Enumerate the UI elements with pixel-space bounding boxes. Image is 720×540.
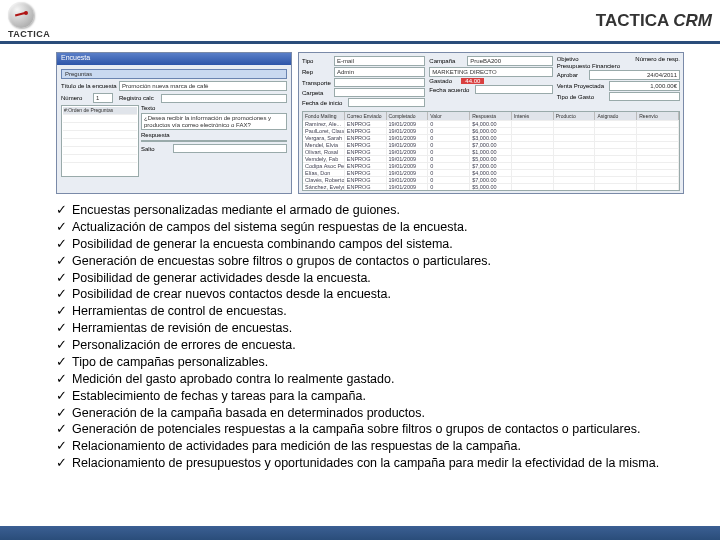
value-transporte bbox=[334, 78, 425, 87]
logo-area: TACTICA bbox=[8, 2, 50, 39]
grid-col: Asignado bbox=[595, 112, 637, 120]
check-icon: ✓ bbox=[56, 303, 72, 319]
label-objetivo: Objetivo bbox=[557, 56, 587, 62]
feature-item: ✓Establecimiento de fechas y tareas para… bbox=[56, 388, 680, 405]
campaign-window: TipoE-mail RepAdmin Transporte Carpeta F… bbox=[298, 52, 684, 194]
value-gastado: 44.00 bbox=[461, 78, 484, 84]
value-acuerdo: 24/04/2011 bbox=[589, 70, 680, 80]
feature-text: Generación de potenciales respuestas a l… bbox=[72, 421, 640, 438]
field-jump bbox=[173, 144, 287, 153]
check-icon: ✓ bbox=[56, 438, 72, 454]
brand-text: TACTICA bbox=[8, 29, 50, 39]
value-fechaac bbox=[475, 85, 552, 94]
title-main: TACTICA bbox=[596, 11, 673, 30]
check-icon: ✓ bbox=[56, 286, 72, 302]
feature-text: Encuestas personalizadas mediante el arm… bbox=[72, 202, 400, 219]
grid-col: Interés bbox=[512, 112, 554, 120]
title-em: CRM bbox=[673, 11, 712, 30]
label-response: Respuesta bbox=[141, 132, 171, 138]
feature-item: ✓Posibilidad de generar la encuesta comb… bbox=[56, 236, 680, 253]
value-carpeta bbox=[334, 88, 425, 97]
feature-item: ✓Posibilidad de generar actividades desd… bbox=[56, 270, 680, 287]
label-carpeta: Carpeta bbox=[302, 90, 332, 96]
label-presfin: Presupuesto Financiero bbox=[557, 63, 620, 69]
grid-col: Valor bbox=[428, 112, 470, 120]
grid-col: Fondo Mailing bbox=[303, 112, 345, 120]
feature-item: ✓Relacionamiento de presupuestos y oport… bbox=[56, 455, 680, 472]
feature-text: Establecimiento de fechas y tareas para … bbox=[72, 388, 366, 405]
label-transporte: Transporte bbox=[302, 80, 332, 86]
feature-item: ✓Herramientas de control de encuestas. bbox=[56, 303, 680, 320]
grid-row: Vemdely, FabENPROG19/01/20090$5,000.00 bbox=[303, 155, 679, 162]
feature-list: ✓Encuestas personalizadas mediante el ar… bbox=[0, 196, 720, 480]
field-regcalc bbox=[161, 94, 287, 103]
feature-item: ✓Encuestas personalizadas mediante el ar… bbox=[56, 202, 680, 219]
label-title: Título de la encuesta bbox=[61, 83, 117, 89]
feature-text: Relacionamiento de presupuestos y oportu… bbox=[72, 455, 659, 472]
globe-icon bbox=[8, 2, 34, 28]
grid-col: Reenvío bbox=[637, 112, 679, 120]
feature-text: Medición del gasto aprobado contra lo re… bbox=[72, 371, 394, 388]
screenshot-area: Encuesta Preguntas Título de la encuesta… bbox=[0, 44, 720, 196]
label-numresp: Número de resp. bbox=[589, 56, 680, 62]
feature-item: ✓Herramientas de revisión de encuestas. bbox=[56, 320, 680, 337]
label-venta: Venta Proyectada bbox=[557, 83, 607, 89]
check-icon: ✓ bbox=[56, 236, 72, 252]
page-title: TACTICA CRM bbox=[596, 11, 712, 31]
feature-text: Herramientas de control de encuestas. bbox=[72, 303, 287, 320]
label-question: Texto bbox=[141, 105, 171, 111]
grid-col: Completado bbox=[387, 112, 429, 120]
grid-row: Olivart, RosalENPROG19/01/20090$1,000.00 bbox=[303, 148, 679, 155]
feature-item: ✓Posibilidad de crear nuevos contactos d… bbox=[56, 286, 680, 303]
grid-row: Elías, DonENPROG19/01/20090$4,000.00 bbox=[303, 169, 679, 176]
feature-item: ✓Actualización de campos del sistema seg… bbox=[56, 219, 680, 236]
check-icon: ✓ bbox=[56, 371, 72, 387]
feature-text: Tipo de campañas personalizables. bbox=[72, 354, 268, 371]
check-icon: ✓ bbox=[56, 421, 72, 437]
grid-row: Codipa Asoc PepeENPROG19/01/20090$7,000.… bbox=[303, 162, 679, 169]
check-icon: ✓ bbox=[56, 455, 72, 471]
grid-col: Correo Enviado bbox=[345, 112, 387, 120]
check-icon: ✓ bbox=[56, 354, 72, 370]
label-rep: Rep bbox=[302, 69, 332, 75]
check-icon: ✓ bbox=[56, 253, 72, 269]
header: TACTICA TACTICA CRM bbox=[0, 0, 720, 44]
feature-item: ✓Generación de encuestas sobre filtros o… bbox=[56, 253, 680, 270]
label-num: Número bbox=[61, 95, 91, 101]
survey-window: Encuesta Preguntas Título de la encuesta… bbox=[56, 52, 292, 194]
listbox-header: #:Orden de Preguntas bbox=[63, 107, 137, 115]
label-tipo: Tipo bbox=[302, 58, 332, 64]
value-rep: Admin bbox=[334, 67, 425, 77]
grid-row: Mendel, ElviaENPROG19/01/20090$7,000.00 bbox=[303, 141, 679, 148]
feature-item: ✓Medición del gasto aprobado contra lo r… bbox=[56, 371, 680, 388]
feature-item: ✓Personalización de errores de encuesta. bbox=[56, 337, 680, 354]
value-fecha bbox=[348, 98, 425, 107]
label-jump: Salto bbox=[141, 146, 171, 152]
label-campana: Campaña bbox=[429, 58, 465, 64]
feature-item: ✓Tipo de campañas personalizables. bbox=[56, 354, 680, 371]
feature-text: Posibilidad de generar actividades desde… bbox=[72, 270, 371, 287]
label-gastado: Gastado bbox=[429, 78, 459, 84]
feature-text: Generación de encuestas sobre filtros o … bbox=[72, 253, 491, 270]
section-label: Preguntas bbox=[61, 69, 287, 79]
feature-text: Posibilidad de generar la encuesta combi… bbox=[72, 236, 453, 253]
grid-row: Clavés, RobertoENPROG19/01/20090$7,000.0… bbox=[303, 176, 679, 183]
label-regcalc: Registro calc bbox=[119, 95, 159, 101]
grid-row: Sánchez, EvelynaENPROG19/01/20090$5,000.… bbox=[303, 183, 679, 190]
field-response bbox=[141, 140, 287, 142]
check-icon: ✓ bbox=[56, 337, 72, 353]
value-num: 1,000.00€ bbox=[609, 81, 680, 91]
label-fechaac: Fecha acuerdo bbox=[429, 87, 473, 93]
check-icon: ✓ bbox=[56, 405, 72, 421]
check-icon: ✓ bbox=[56, 219, 72, 235]
value-tipo: E-mail bbox=[334, 56, 425, 66]
label-aprobar: Aprobar bbox=[557, 72, 587, 78]
feature-text: Actualización de campos del sistema segú… bbox=[72, 219, 467, 236]
feature-text: Herramientas de revisión de encuestas. bbox=[72, 320, 292, 337]
grid-body: Ramírez, Ale...ENPROG19/01/20090$4,000.0… bbox=[303, 120, 679, 190]
grid-col: Respuesta bbox=[470, 112, 512, 120]
feature-item: ✓Generación de la campaña basada en dete… bbox=[56, 405, 680, 422]
value-campana: PrueBA200 bbox=[467, 56, 552, 66]
feature-text: Generación de la campaña basada en deter… bbox=[72, 405, 425, 422]
field-num: 1 bbox=[93, 93, 113, 103]
